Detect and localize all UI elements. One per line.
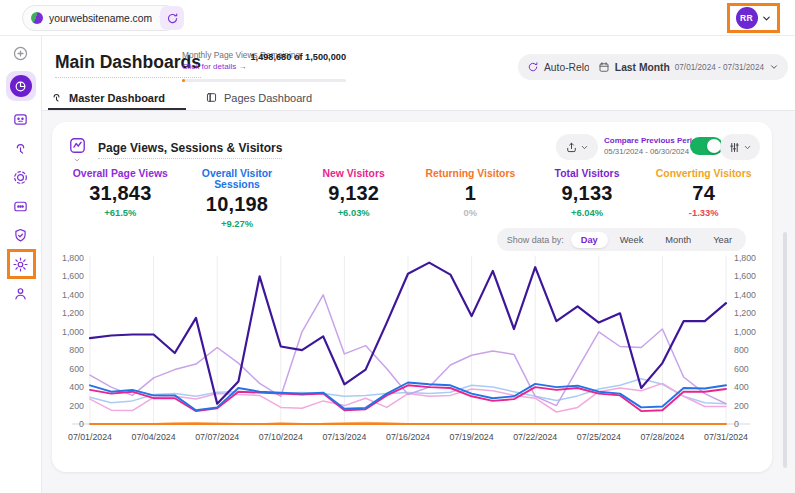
metric-label: New Visitors [295,168,412,179]
y-axis-label-right: 1,600 [734,271,756,281]
settings-icon [12,256,29,273]
quota-value: 1,498,680 of 1,500,000 [250,52,346,62]
sidebar-item-dashboards[interactable] [6,71,36,101]
x-axis-label: 07/07/2024 [195,432,239,442]
website-selector[interactable]: yourwebsitename.com [22,5,178,31]
add-website-icon [12,45,29,62]
metric-value: 9,133 [529,182,646,205]
metric-overall-page-views: Overall Page Views31,843+61.5% [62,168,179,229]
granularity-day[interactable]: Day [571,232,608,248]
sidebar-item-add-website[interactable] [9,42,33,64]
y-axis-label-right: 1,400 [734,290,756,300]
calendar-icon [598,61,610,73]
metric-new-visitors: New Visitors9,132+6.03% [295,168,412,229]
metric-value: 9,132 [295,182,412,205]
show-data-by-label: Show data by: [507,235,564,245]
pages-window-icon [205,91,218,104]
show-data-by-control: Show data by: DayWeekMonthYear [497,228,746,251]
metric-value: 10,198 [179,193,296,216]
communication-icon [12,198,29,215]
tab-master-dashboard[interactable]: Master Dashboard [50,91,165,104]
x-axis-label: 07/19/2024 [450,432,494,442]
y-axis-label-left: 600 [69,364,84,374]
y-axis-label-right: 1,000 [734,327,756,337]
metric-delta: +9.27% [179,218,296,229]
tab-label: Pages Dashboard [224,92,312,104]
export-dropdown[interactable] [556,134,598,160]
x-axis-label: 07/13/2024 [322,432,366,442]
metric-label: Overall Page Views [62,168,179,179]
header-divider [42,110,795,111]
export-icon [565,141,578,154]
y-axis-label-left: 1,800 [62,253,84,263]
y-axis-label-right: 1,800 [734,253,756,263]
website-favicon-icon [31,12,43,24]
x-axis-label: 07/04/2024 [132,432,176,442]
metric-value: 1 [412,182,529,205]
sidebar-item-visitor-location[interactable] [9,282,33,304]
x-axis-label: 07/31/2024 [704,432,748,442]
metric-total-visitors: Total Visitors9,133+6.04% [529,168,646,229]
metric-overall-visitor-sessions: Overall Visitor Sessions10,198+9.27% [179,168,296,229]
tab-pages-dashboard[interactable]: Pages Dashboard [205,91,312,104]
y-axis-label-left: 200 [69,401,84,411]
date-range-value: 07/01/2024 - 07/31/2024 [675,63,764,72]
chevron-down-icon[interactable] [73,156,81,164]
panel-title: Page Views, Sessions & Visitors [98,141,282,159]
y-axis-label-left: 0 [79,419,84,429]
reload-website-button[interactable] [160,6,184,30]
y-axis-label-left: 1,200 [62,308,84,318]
metric-delta: +6.03% [295,207,412,218]
tab-label: Master Dashboard [69,92,165,104]
metric-label: Returning Visitors [412,168,529,179]
compare-previous-period: Compare Previous Period 05/31/2024 - 06/… [604,136,686,156]
metric-delta: +61.5% [62,207,179,218]
behavior-analytics-icon [12,140,29,157]
granularity-year[interactable]: Year [703,232,742,248]
y-axis-label-right: 800 [734,345,749,355]
app-root: { "topbar": { "website_name": "yourwebsi… [0,0,795,493]
sidebar-item-communication[interactable] [9,195,33,217]
chart-svg: 07/01/202407/04/202407/07/202407/10/2024… [60,252,764,452]
compare-label: Compare Previous Period [604,136,686,145]
sidebar-item-behavior-analytics[interactable] [9,137,33,159]
campaigns-icon [12,169,29,186]
website-name: yourwebsitename.com [49,13,152,24]
metric-value: 74 [645,182,762,205]
quota-progress-bar [182,79,346,82]
user-avatar[interactable]: RR [736,7,758,29]
x-axis-label: 07/22/2024 [513,432,557,442]
sidebar-item-campaigns[interactable] [9,166,33,188]
pulse-widget-icon [68,136,87,155]
line-chart: 07/01/202407/04/202407/07/202407/10/2024… [60,252,764,452]
touch-gesture-icon [50,91,63,104]
granularity-week[interactable]: Week [610,232,654,248]
chart-options-dropdown[interactable] [720,134,760,160]
date-range-dropdown[interactable]: Last Month 07/01/2024 - 07/31/2024 [589,54,788,80]
quota-details-link[interactable]: Click for details → [182,62,346,71]
metric-label: Converting Visitors [645,168,762,179]
pageviews-quota: Monthly Page Views Remaining Click for d… [182,50,346,71]
scrollbar[interactable] [783,232,787,468]
granularity-options: DayWeekMonthYear [571,232,742,248]
compare-toggle[interactable] [690,137,723,155]
y-axis-label-right: 200 [734,401,749,411]
y-axis-label-left: 1,400 [62,290,84,300]
y-axis-label-right: 600 [734,364,749,374]
sidebar-item-settings[interactable] [9,253,33,275]
y-axis-label-left: 1,600 [62,271,84,281]
sidebar-item-privacy[interactable] [9,224,33,246]
visitor-location-icon [12,285,29,302]
metric-delta: 0% [412,207,529,218]
avatar-initials: RR [740,13,753,23]
sidebar-item-visitor-analytics[interactable] [9,108,33,130]
x-axis-label: 07/10/2024 [259,432,303,442]
page-title: Main Dashboards [55,52,201,78]
y-axis-label-left: 800 [69,345,84,355]
x-axis-label: 07/01/2024 [68,432,112,442]
sidebar [0,36,42,493]
granularity-month[interactable]: Month [655,232,701,248]
metric-converting-visitors: Converting Visitors74-1.33% [645,168,762,229]
metrics-row: Overall Page Views31,843+61.5%Overall Vi… [62,168,762,229]
page-views-sessions-visitors-panel: Page Views, Sessions & Visitors Compare … [52,122,772,472]
